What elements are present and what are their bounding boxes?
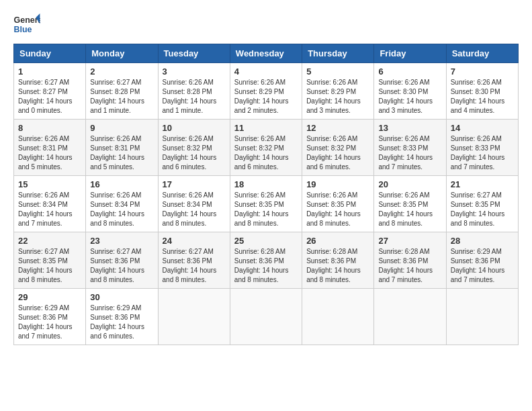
day-number: 13 xyxy=(378,123,441,133)
day-number: 21 xyxy=(451,179,514,189)
calendar-day-header: Monday xyxy=(86,44,158,63)
cell-content: Sunrise: 6:26 AMSunset: 8:31 PMDaylight:… xyxy=(90,134,153,172)
calendar-cell: 27Sunrise: 6:28 AMSunset: 8:36 PMDayligh… xyxy=(374,232,446,289)
calendar-week-row: 29Sunrise: 6:29 AMSunset: 8:36 PMDayligh… xyxy=(14,289,519,345)
cell-content: Sunrise: 6:26 AMSunset: 8:35 PMDaylight:… xyxy=(378,191,441,228)
cell-content: Sunrise: 6:26 AMSunset: 8:34 PMDaylight:… xyxy=(90,191,153,228)
day-number: 11 xyxy=(234,123,298,133)
day-number: 9 xyxy=(90,123,153,133)
cell-content: Sunrise: 6:26 AMSunset: 8:31 PMDaylight:… xyxy=(18,134,81,172)
page-header: General Blue xyxy=(13,13,519,37)
calendar-day-header: Friday xyxy=(374,44,446,63)
calendar-cell: 28Sunrise: 6:29 AMSunset: 8:36 PMDayligh… xyxy=(446,232,518,289)
cell-content: Sunrise: 6:26 AMSunset: 8:28 PMDaylight:… xyxy=(163,78,226,116)
calendar-cell: 17Sunrise: 6:26 AMSunset: 8:34 PMDayligh… xyxy=(158,176,230,232)
day-number: 28 xyxy=(451,236,514,246)
calendar-cell: 24Sunrise: 6:27 AMSunset: 8:36 PMDayligh… xyxy=(158,232,230,289)
calendar-week-row: 22Sunrise: 6:27 AMSunset: 8:35 PMDayligh… xyxy=(14,232,519,289)
calendar-cell: 26Sunrise: 6:28 AMSunset: 8:36 PMDayligh… xyxy=(302,232,374,289)
calendar-cell: 25Sunrise: 6:28 AMSunset: 8:36 PMDayligh… xyxy=(230,232,302,289)
svg-text:Blue: Blue xyxy=(14,25,32,34)
calendar-cell: 22Sunrise: 6:27 AMSunset: 8:35 PMDayligh… xyxy=(14,232,86,289)
calendar-day-header: Saturday xyxy=(446,44,518,63)
day-number: 26 xyxy=(306,236,369,246)
calendar-cell: 18Sunrise: 6:26 AMSunset: 8:35 PMDayligh… xyxy=(230,176,302,232)
cell-content: Sunrise: 6:29 AMSunset: 8:36 PMDaylight:… xyxy=(90,304,153,341)
cell-content: Sunrise: 6:27 AMSunset: 8:35 PMDaylight:… xyxy=(451,191,514,228)
cell-content: Sunrise: 6:27 AMSunset: 8:28 PMDaylight:… xyxy=(90,78,153,116)
cell-content: Sunrise: 6:26 AMSunset: 8:32 PMDaylight:… xyxy=(306,134,369,172)
calendar-cell: 15Sunrise: 6:26 AMSunset: 8:34 PMDayligh… xyxy=(14,176,86,232)
calendar-cell: 30Sunrise: 6:29 AMSunset: 8:36 PMDayligh… xyxy=(86,289,158,345)
calendar-cell: 12Sunrise: 6:26 AMSunset: 8:32 PMDayligh… xyxy=(302,120,374,176)
calendar-cell: 11Sunrise: 6:26 AMSunset: 8:32 PMDayligh… xyxy=(230,120,302,176)
calendar-cell: 7Sunrise: 6:26 AMSunset: 8:30 PMDaylight… xyxy=(446,63,518,120)
calendar-cell: 21Sunrise: 6:27 AMSunset: 8:35 PMDayligh… xyxy=(446,176,518,232)
day-number: 14 xyxy=(451,123,514,133)
day-number: 10 xyxy=(163,123,226,133)
calendar-day-header: Sunday xyxy=(14,44,86,63)
cell-content: Sunrise: 6:26 AMSunset: 8:34 PMDaylight:… xyxy=(18,191,81,228)
cell-content: Sunrise: 6:26 AMSunset: 8:35 PMDaylight:… xyxy=(234,191,298,228)
cell-content: Sunrise: 6:26 AMSunset: 8:32 PMDaylight:… xyxy=(163,134,226,172)
calendar-week-row: 1Sunrise: 6:27 AMSunset: 8:27 PMDaylight… xyxy=(14,63,519,120)
day-number: 17 xyxy=(163,179,226,189)
calendar-cell xyxy=(302,289,374,345)
calendar-cell: 19Sunrise: 6:26 AMSunset: 8:35 PMDayligh… xyxy=(302,176,374,232)
calendar-cell: 13Sunrise: 6:26 AMSunset: 8:33 PMDayligh… xyxy=(374,120,446,176)
day-number: 22 xyxy=(18,236,81,246)
cell-content: Sunrise: 6:26 AMSunset: 8:32 PMDaylight:… xyxy=(234,134,298,172)
calendar-cell: 1Sunrise: 6:27 AMSunset: 8:27 PMDaylight… xyxy=(14,63,86,120)
calendar-cell: 29Sunrise: 6:29 AMSunset: 8:36 PMDayligh… xyxy=(14,289,86,345)
cell-content: Sunrise: 6:26 AMSunset: 8:33 PMDaylight:… xyxy=(378,134,441,172)
day-number: 23 xyxy=(90,236,153,246)
cell-content: Sunrise: 6:27 AMSunset: 8:35 PMDaylight:… xyxy=(18,247,81,285)
calendar-header-row: SundayMondayTuesdayWednesdayThursdayFrid… xyxy=(14,44,519,63)
day-number: 15 xyxy=(18,179,81,189)
calendar-cell: 8Sunrise: 6:26 AMSunset: 8:31 PMDaylight… xyxy=(14,120,86,176)
calendar-cell: 23Sunrise: 6:27 AMSunset: 8:36 PMDayligh… xyxy=(86,232,158,289)
day-number: 30 xyxy=(90,292,153,302)
calendar-day-header: Tuesday xyxy=(158,44,230,63)
day-number: 1 xyxy=(18,66,81,77)
day-number: 29 xyxy=(18,292,81,302)
calendar-cell xyxy=(446,289,518,345)
day-number: 7 xyxy=(451,66,514,77)
calendar-cell: 4Sunrise: 6:26 AMSunset: 8:29 PMDaylight… xyxy=(230,63,302,120)
calendar-cell: 2Sunrise: 6:27 AMSunset: 8:28 PMDaylight… xyxy=(86,63,158,120)
day-number: 8 xyxy=(18,123,81,133)
cell-content: Sunrise: 6:26 AMSunset: 8:34 PMDaylight:… xyxy=(163,191,226,228)
day-number: 5 xyxy=(306,66,369,77)
cell-content: Sunrise: 6:27 AMSunset: 8:36 PMDaylight:… xyxy=(90,247,153,285)
day-number: 2 xyxy=(90,66,153,77)
calendar-cell xyxy=(230,289,302,345)
calendar-table: SundayMondayTuesdayWednesdayThursdayFrid… xyxy=(13,44,519,345)
day-number: 18 xyxy=(234,179,298,189)
cell-content: Sunrise: 6:27 AMSunset: 8:36 PMDaylight:… xyxy=(163,247,226,285)
day-number: 20 xyxy=(378,179,441,189)
calendar-cell: 16Sunrise: 6:26 AMSunset: 8:34 PMDayligh… xyxy=(86,176,158,232)
calendar-cell xyxy=(158,289,230,345)
cell-content: Sunrise: 6:26 AMSunset: 8:35 PMDaylight:… xyxy=(306,191,369,228)
calendar-cell: 3Sunrise: 6:26 AMSunset: 8:28 PMDaylight… xyxy=(158,63,230,120)
day-number: 19 xyxy=(306,179,369,189)
day-number: 16 xyxy=(90,179,153,189)
calendar-cell: 6Sunrise: 6:26 AMSunset: 8:30 PMDaylight… xyxy=(374,63,446,120)
day-number: 27 xyxy=(378,236,441,246)
day-number: 6 xyxy=(378,66,441,77)
day-number: 4 xyxy=(234,66,298,77)
calendar-week-row: 8Sunrise: 6:26 AMSunset: 8:31 PMDaylight… xyxy=(14,120,519,176)
day-number: 24 xyxy=(163,236,226,246)
cell-content: Sunrise: 6:26 AMSunset: 8:30 PMDaylight:… xyxy=(451,78,514,116)
calendar-day-header: Thursday xyxy=(302,44,374,63)
cell-content: Sunrise: 6:27 AMSunset: 8:27 PMDaylight:… xyxy=(18,78,81,116)
logo-icon: General Blue xyxy=(13,13,40,37)
cell-content: Sunrise: 6:28 AMSunset: 8:36 PMDaylight:… xyxy=(378,247,441,285)
day-number: 12 xyxy=(306,123,369,133)
cell-content: Sunrise: 6:28 AMSunset: 8:36 PMDaylight:… xyxy=(234,247,298,285)
calendar-week-row: 15Sunrise: 6:26 AMSunset: 8:34 PMDayligh… xyxy=(14,176,519,232)
day-number: 3 xyxy=(163,66,226,77)
calendar-cell: 5Sunrise: 6:26 AMSunset: 8:29 PMDaylight… xyxy=(302,63,374,120)
logo: General Blue xyxy=(13,13,40,37)
calendar-cell: 20Sunrise: 6:26 AMSunset: 8:35 PMDayligh… xyxy=(374,176,446,232)
